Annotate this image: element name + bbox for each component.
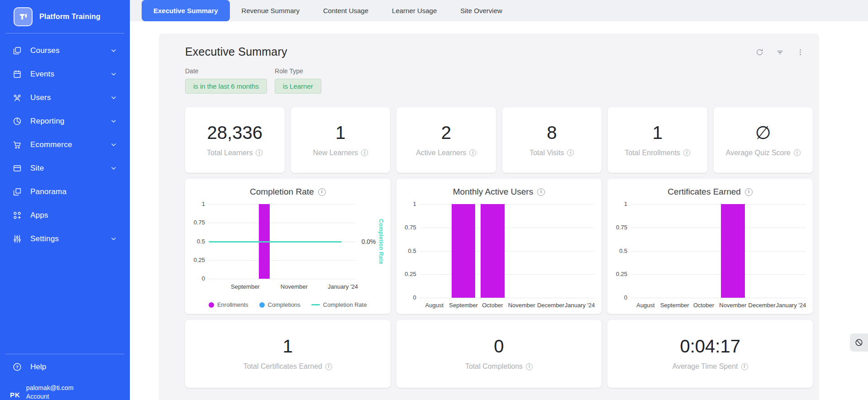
y-axis-tick: 1 xyxy=(398,201,416,207)
avatar: PK xyxy=(10,386,20,399)
y-axis-tick: 0.75 xyxy=(609,224,627,230)
gridline xyxy=(631,204,806,205)
gridline xyxy=(420,204,595,205)
chevron-down-icon xyxy=(110,165,117,172)
info-icon[interactable] xyxy=(745,188,753,196)
kpi-total-visits: 8 Total Visits xyxy=(502,107,602,173)
info-icon[interactable] xyxy=(741,363,748,370)
monthly-active-users-plot: 00.250.50.751 xyxy=(420,204,595,298)
x-axis-label: October xyxy=(693,302,714,309)
y-axis-tick: 0.5 xyxy=(398,248,416,254)
stat-average-time-spent: 0:04:17 Average Time Spent xyxy=(607,320,813,388)
sidebar-item-panorama[interactable]: Panorama xyxy=(0,180,130,204)
chart-certificates-earned: Certificates Earned 00.250.50.751 August… xyxy=(607,179,813,314)
x-axis-label: December xyxy=(537,302,564,309)
completion-rate-plot: 00.250.50.7510.0%Completion Rate xyxy=(209,204,355,279)
right-axis-label: Completion Rate xyxy=(378,219,384,264)
chevron-down-icon xyxy=(110,71,117,78)
sidebar-item-courses[interactable]: Courses xyxy=(0,39,130,62)
kebab-menu-icon[interactable] xyxy=(796,48,805,57)
sidebar-item-apps[interactable]: Apps xyxy=(0,204,130,227)
gridline xyxy=(631,251,806,252)
x-axis-label: November xyxy=(508,302,535,309)
sidebar-item-ecommerce[interactable]: Ecommerce xyxy=(0,133,130,157)
apps-icon xyxy=(12,210,22,220)
filter-role-chip[interactable]: is Learner xyxy=(275,79,321,94)
filter-date-chip[interactable]: is in the last 6 months xyxy=(185,79,267,94)
reporting-icon xyxy=(12,116,22,126)
side-panel-toggle[interactable] xyxy=(850,333,868,352)
kpi-row: 28,336 Total Learners 1 New Learners 2 A… xyxy=(185,107,813,173)
x-axis-label: December xyxy=(749,302,776,309)
svg-text:?: ? xyxy=(16,364,19,369)
account-email: palomak@ti.com xyxy=(26,384,73,391)
x-axis-label: November xyxy=(281,283,308,290)
info-icon[interactable] xyxy=(794,149,801,156)
kpi-total-learners: 28,336 Total Learners xyxy=(185,107,285,173)
filter-role-label: Role Type xyxy=(275,67,321,75)
x-axis-labels: AugustSeptemberOctoberNovemberDecemberJa… xyxy=(420,302,595,309)
stat-total-completions: 0 Total Completions xyxy=(396,320,602,388)
x-axis-label: September xyxy=(660,302,689,309)
tab-site-overview[interactable]: Site Overview xyxy=(448,0,514,21)
info-icon[interactable] xyxy=(567,149,574,156)
tab-executive-summary[interactable]: Executive Summary xyxy=(142,0,230,21)
gridline xyxy=(631,298,806,298)
filter-icon[interactable] xyxy=(776,48,784,57)
y-axis-tick: 0.25 xyxy=(609,271,627,277)
y-axis-tick: 1 xyxy=(609,201,627,207)
completion-rate-line xyxy=(209,241,342,243)
brand-header[interactable]: Platform Training xyxy=(5,0,124,33)
y-axis-tick: 0.75 xyxy=(398,224,416,230)
report-tabs: Executive Summary Revenue Summary Conten… xyxy=(130,0,868,21)
y-axis-tick: 0.25 xyxy=(187,257,205,263)
bar-certificates-earned xyxy=(721,204,745,298)
legend-swatch-enrollments xyxy=(209,302,214,308)
platform-training-logo xyxy=(14,7,33,26)
chevron-down-icon xyxy=(110,235,117,243)
account-link: Account xyxy=(26,393,73,400)
tab-revenue-summary[interactable]: Revenue Summary xyxy=(230,0,311,21)
sidebar-item-settings[interactable]: Settings xyxy=(0,227,130,251)
info-icon[interactable] xyxy=(361,149,368,156)
page-title: Executive Summary xyxy=(185,45,287,58)
info-icon[interactable] xyxy=(526,363,533,370)
chevron-down-icon xyxy=(110,47,117,54)
tab-content-usage[interactable]: Content Usage xyxy=(311,0,380,21)
info-icon[interactable] xyxy=(325,363,332,370)
gridline xyxy=(209,279,355,279)
tab-learner-usage[interactable]: Learner Usage xyxy=(380,0,448,21)
y-axis-tick: 0.75 xyxy=(187,219,205,225)
x-axis-label: November xyxy=(719,302,746,309)
sidebar-footer: ? Help PK palomak@ti.com Account xyxy=(0,354,130,400)
sidebar-item-reporting[interactable]: Reporting xyxy=(0,110,130,133)
help-icon: ? xyxy=(12,362,22,372)
refresh-icon[interactable] xyxy=(755,48,764,57)
content: Executive Summary Date is in the last 6 … xyxy=(130,21,868,400)
events-icon xyxy=(12,69,22,79)
courses-icon xyxy=(12,46,22,56)
filter-date-label: Date xyxy=(185,67,267,75)
brand-t-icon xyxy=(17,11,29,23)
bar-monthly-active-users xyxy=(481,204,505,298)
help-button[interactable]: ? Help xyxy=(0,354,130,380)
kpi-total-enrollments: 1 Total Enrollments xyxy=(608,107,707,173)
info-icon[interactable] xyxy=(318,188,326,196)
gridline xyxy=(209,204,355,205)
info-icon[interactable] xyxy=(469,149,476,156)
account-menu[interactable]: PK palomak@ti.com Account xyxy=(0,380,130,400)
y-axis-tick: 0.5 xyxy=(609,248,627,254)
gridline xyxy=(420,228,595,228)
chevron-down-icon xyxy=(110,141,117,148)
gridline xyxy=(420,274,595,275)
x-axis-label: January '24 xyxy=(328,283,358,290)
sidebar-item-site[interactable]: Site xyxy=(0,157,130,180)
y-axis-tick: 1 xyxy=(187,201,205,207)
sidebar-item-events[interactable]: Events xyxy=(0,62,130,86)
x-axis-label: January '24 xyxy=(565,302,595,309)
info-icon[interactable] xyxy=(256,149,262,156)
info-icon[interactable] xyxy=(683,149,690,156)
x-axis-labels: SeptemberNovemberJanuary '24 xyxy=(209,283,355,290)
sidebar-item-users[interactable]: Users xyxy=(0,86,130,110)
info-icon[interactable] xyxy=(537,188,545,196)
